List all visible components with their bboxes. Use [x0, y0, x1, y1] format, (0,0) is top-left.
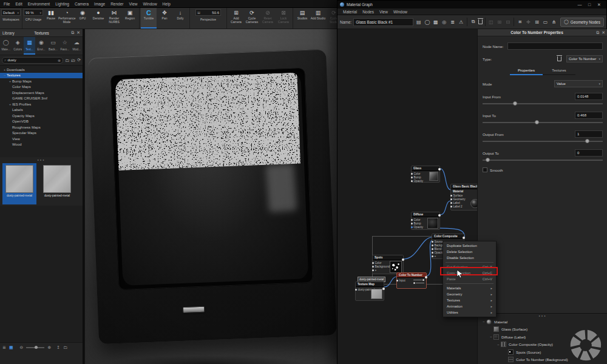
list-view-icon[interactable]: ≣ — [2, 345, 6, 350]
context-item-materials[interactable]: Materials▸ — [443, 285, 496, 291]
texture-thumbnail-1[interactable]: dusty-painted-metal — [2, 163, 36, 204]
import-icon[interactable]: ↥ — [56, 345, 60, 350]
slider-handle[interactable] — [585, 139, 589, 143]
output-port[interactable] — [382, 288, 385, 290]
library-tab-envi[interactable]: ◉Envi... — [35, 37, 47, 55]
thumbnails-icon[interactable]: ▩ — [432, 19, 439, 25]
workspace-selector[interactable]: Default▾ Workspaces — [1, 8, 21, 29]
toolbar-button-tumble[interactable]: CTumble — [141, 8, 157, 29]
toolbar-button-add-studio[interactable]: ▥Add Studio — [310, 8, 326, 29]
delete-node-icon[interactable] — [557, 56, 561, 61]
node-color-to-number[interactable]: Color To Number Input — [396, 272, 427, 289]
toolbar-button-add-camera[interactable]: ⊞Add Camera — [228, 8, 244, 29]
expander-icon[interactable]: + — [8, 103, 12, 106]
warning-icon[interactable]: ⚠ — [458, 19, 464, 25]
tree-item-wood[interactable]: Wood — [0, 142, 83, 148]
smooth-checkbox[interactable] — [483, 167, 487, 172]
context-item-copy-selection[interactable]: Copy SelectionCtrl+C — [443, 270, 496, 276]
library-tab-favo[interactable]: ☆Favo... — [59, 37, 70, 55]
menu-item-render[interactable]: Render — [110, 2, 123, 6]
tree-item-displacement-maps[interactable]: Displacement Maps — [0, 90, 83, 96]
tree-item-color-maps[interactable]: Color Maps — [0, 84, 83, 90]
tree-item-opacity-maps[interactable]: Opacity Maps — [0, 113, 83, 119]
context-item-utilities[interactable]: Utilities▸ — [443, 309, 496, 315]
toolbar-button-lock-camera[interactable]: ⊠Lock Camera — [276, 8, 291, 29]
slider-input-to[interactable] — [483, 120, 603, 125]
tree-item-bump-maps[interactable]: +Bump Maps — [0, 78, 83, 84]
material-graph-titlebar[interactable]: Material Graph — □ ✕ — [337, 1, 606, 8]
field-input-input-from[interactable]: 0.0148 — [575, 93, 603, 100]
panel-splitter[interactable]: ●●● — [478, 314, 607, 318]
node-spots[interactable]: Spots ColorBackground+ — [372, 255, 404, 274]
thumbnail-size-slider[interactable] — [26, 347, 44, 348]
group-icon[interactable]: ◫ — [487, 19, 494, 25]
properties-tab-properties[interactable]: Properties — [510, 68, 543, 75]
expander-icon[interactable]: + — [2, 68, 7, 72]
toolbar-button-reset-camera[interactable]: ⊘Reset Camera — [260, 8, 276, 29]
expander-icon[interactable]: − — [481, 320, 486, 323]
fit-view-icon[interactable]: ⊞ — [534, 19, 540, 25]
tree-item-game-cruiser-3mf[interactable]: GAME CRUISER.3mf — [0, 96, 83, 102]
output-port[interactable] — [463, 237, 465, 239]
grid-view-icon[interactable]: ▦ — [9, 345, 13, 350]
menu-item-help[interactable]: Help — [163, 2, 171, 6]
slider-output-from[interactable] — [483, 139, 603, 144]
slider-input-from[interactable] — [483, 101, 603, 106]
library-tab-back[interactable]: ▭Back... — [47, 37, 59, 55]
sliders-icon[interactable]: ≣ — [449, 19, 456, 25]
menu-item-lighting[interactable]: Lighting — [55, 2, 69, 6]
material-name-input[interactable]: Glass Basic Black #1 — [353, 18, 413, 26]
texture-thumbnail-2[interactable]: dusty-painted-metal — [40, 163, 74, 204]
scene-item-material[interactable]: −Material — [478, 318, 607, 326]
close-button[interactable]: ✕ — [594, 2, 604, 7]
toolbar-button-cycle-cameras[interactable]: ⟳Cycle Cameras — [244, 8, 260, 29]
realtime-viewport[interactable] — [85, 29, 337, 364]
expander-icon[interactable]: − — [496, 343, 501, 346]
field-input-input-to[interactable]: 0.468 — [575, 112, 603, 119]
mg-menu-item-view[interactable]: View — [379, 10, 388, 14]
toolbar-button-dolly[interactable]: ↓Dolly — [172, 8, 188, 29]
clear-search-icon[interactable]: ⊗ — [58, 58, 61, 62]
zoom-out-icon[interactable]: ⊖ — [20, 345, 24, 350]
tree-item-roughness-maps[interactable]: Roughness Maps — [0, 124, 83, 130]
expander-icon[interactable]: − — [489, 335, 493, 339]
connector-icon[interactable]: ⋔ — [551, 19, 557, 25]
slider-handle[interactable] — [535, 120, 539, 124]
mg-menu-item-window[interactable]: Window — [393, 10, 407, 14]
library-tab-mod[interactable]: ☁Mod... — [71, 37, 83, 55]
delete-icon[interactable] — [478, 19, 483, 24]
field-input-output-to[interactable]: 0 — [575, 149, 603, 157]
context-item-textures[interactable]: Textures▸ — [443, 297, 496, 303]
geometry-nodes-button[interactable]: ◯ Geometry Nodes — [560, 18, 604, 27]
toolbar-button-pause[interactable]: ▮▮Pause — [43, 8, 59, 29]
context-item-geometry[interactable]: Geometry▸ — [443, 291, 496, 297]
library-tab-colors[interactable]: ◈Colors — [12, 37, 23, 55]
toolbar-button-denoise[interactable]: ●Denoise — [90, 8, 106, 29]
mode-select[interactable]: Value▾ — [554, 80, 603, 87]
menu-item-window[interactable]: Window — [143, 2, 157, 6]
toolbar-button-gpu[interactable]: ◉GPU — [75, 8, 90, 29]
open-folder-icon[interactable]: 🗀 — [63, 345, 67, 349]
output-port[interactable] — [402, 258, 404, 261]
node-glass[interactable]: Glass ColorBumpOpacity — [411, 166, 440, 183]
menu-item-image[interactable]: Image — [94, 2, 105, 6]
library-tab-mate[interactable]: ◯Mate... — [0, 37, 12, 55]
context-item-paste[interactable]: PasteCtrl+V — [443, 276, 496, 282]
popout-icon[interactable]: ⧉ — [71, 30, 74, 35]
node-material[interactable]: Glass Basic Black #1 Material SurfaceGeo… — [450, 184, 477, 211]
tree-item-textures[interactable]: −Textures — [0, 73, 83, 79]
toolbar-button-performance-mode[interactable]: ◔Performance Mode — [59, 8, 75, 29]
toolbar-button-pan[interactable]: ✥Pan — [157, 8, 172, 29]
ungroup-icon[interactable]: ⊞ — [496, 19, 503, 25]
expander-icon[interactable]: + — [8, 79, 12, 83]
toolbar-button-region[interactable]: ▣Region — [122, 8, 138, 29]
collapse-icon[interactable]: ⊟ — [504, 19, 511, 25]
context-item-disable-selection[interactable]: Disable Selection — [443, 255, 496, 261]
menu-item-view[interactable]: View — [129, 2, 138, 6]
properties-tab-textures[interactable]: Textures — [543, 68, 575, 75]
refresh-button[interactable]: ⟳ — [77, 58, 81, 62]
node-texture-map[interactable]: Texture Map dusty-painted-met... — [355, 281, 384, 301]
slider-handle[interactable] — [513, 101, 517, 106]
output-port[interactable] — [425, 276, 427, 278]
layout-nodes-icon[interactable]: ⧈ — [517, 19, 523, 25]
